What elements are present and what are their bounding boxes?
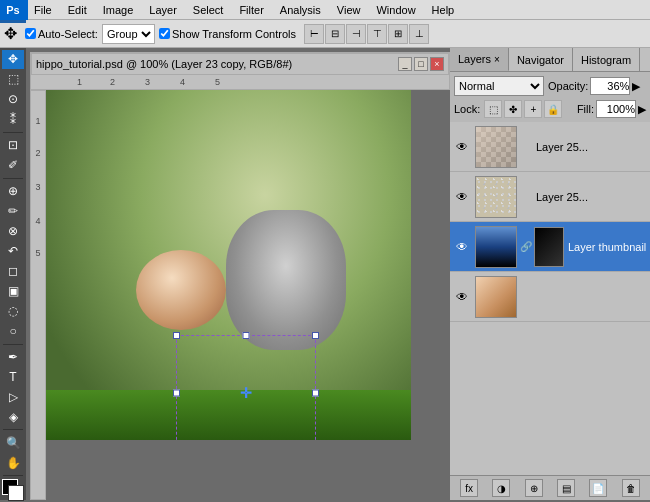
auto-select-dropdown[interactable]: Group <box>102 24 155 44</box>
align-top-icon[interactable]: ⊤ <box>367 24 387 44</box>
stamp-tool[interactable]: ⊗ <box>2 222 24 241</box>
tool-separator-5 <box>3 475 23 476</box>
brush-tool[interactable]: ✏ <box>2 202 24 221</box>
layer-visibility-eye[interactable]: 👁 <box>452 237 472 257</box>
menu-edit[interactable]: Edit <box>60 0 95 20</box>
pen-tool[interactable]: ✒ <box>2 347 24 366</box>
dodge-tool[interactable]: ○ <box>2 322 24 341</box>
close-button[interactable]: × <box>430 57 444 71</box>
lasso-tool[interactable]: ⊙ <box>2 90 24 109</box>
tool-separator-4 <box>3 429 23 430</box>
hand-tool[interactable]: ✋ <box>2 453 24 472</box>
color-preview[interactable] <box>2 479 24 498</box>
layer-item[interactable]: 👁 <box>450 272 650 322</box>
layers-tab[interactable]: Layers × <box>450 48 509 71</box>
transform-handle-middle-right[interactable] <box>312 389 319 396</box>
eyedropper-tool[interactable]: ✐ <box>2 156 24 175</box>
menu-image[interactable]: Image <box>95 0 142 20</box>
blend-mode-dropdown[interactable]: Normal <box>454 76 544 96</box>
add-mask-button[interactable]: ◑ <box>492 479 510 497</box>
document-title: hippo_tutorial.psd @ 100% (Layer 23 copy… <box>36 58 292 70</box>
align-buttons: ⊢ ⊟ ⊣ ⊤ ⊞ ⊥ <box>304 24 429 44</box>
transform-bounding-box[interactable]: ✛ <box>176 335 316 440</box>
auto-select-checkbox[interactable] <box>25 28 36 39</box>
fill-control: Fill: ▶ <box>577 100 646 118</box>
transform-controls-checkbox[interactable] <box>159 28 170 39</box>
background-layer: ✛ <box>46 90 411 440</box>
ruler-container: 1 2 3 4 5 <box>30 90 450 500</box>
text-tool[interactable]: T <box>2 367 24 386</box>
ps-logo: Ps <box>0 0 26 23</box>
layer-item-selected[interactable]: 👁 🔗 Layer thumbnail <box>450 222 650 272</box>
menu-help[interactable]: Help <box>424 0 463 20</box>
document-title-bar: hippo_tutorial.psd @ 100% (Layer 23 copy… <box>30 52 450 74</box>
move-tool[interactable]: ✥ <box>2 50 24 69</box>
lock-transparent-button[interactable]: ⬚ <box>484 100 502 118</box>
gradient-tool[interactable]: ▣ <box>2 282 24 301</box>
menu-window[interactable]: Window <box>368 0 423 20</box>
new-group-button[interactable]: ▤ <box>557 479 575 497</box>
path-selection-tool[interactable]: ▷ <box>2 387 24 406</box>
marquee-tool[interactable]: ⬚ <box>2 70 24 89</box>
layer-styles-button[interactable]: fx <box>460 479 478 497</box>
transform-handle-top-right[interactable] <box>312 332 319 339</box>
eraser-tool[interactable]: ◻ <box>2 262 24 281</box>
blur-tool[interactable]: ◌ <box>2 302 24 321</box>
transform-handle-middle-left[interactable] <box>173 389 180 396</box>
opacity-input[interactable] <box>590 77 630 95</box>
align-center-h-icon[interactable]: ⊟ <box>325 24 345 44</box>
hippo-object <box>226 210 346 350</box>
window-buttons: _ □ × <box>398 57 444 71</box>
layer-name: Layer thumbnail <box>568 241 648 253</box>
minimize-button[interactable]: _ <box>398 57 412 71</box>
move-tool-icon: ✥ <box>4 24 17 43</box>
transform-handle-top-left[interactable] <box>173 332 180 339</box>
transform-center-cross[interactable]: ✛ <box>240 385 252 401</box>
fill-expand-icon[interactable]: ▶ <box>638 103 646 116</box>
align-bottom-icon[interactable]: ⊥ <box>409 24 429 44</box>
layer-item[interactable]: 👁 Layer 25... <box>450 172 650 222</box>
menu-file[interactable]: File <box>26 0 60 20</box>
canvas-wrapper: 1 2 3 4 5 1 2 3 4 5 <box>30 74 450 500</box>
align-left-icon[interactable]: ⊢ <box>304 24 324 44</box>
layer-visibility-eye[interactable]: 👁 <box>452 187 472 207</box>
magic-wand-tool[interactable]: ⁑ <box>2 110 24 129</box>
menu-filter[interactable]: Filter <box>231 0 271 20</box>
healing-tool[interactable]: ⊕ <box>2 182 24 201</box>
tool-separator-3 <box>3 344 23 345</box>
layer-visibility-eye[interactable]: 👁 <box>452 137 472 157</box>
lock-position-button[interactable]: + <box>524 100 542 118</box>
auto-select-label: Auto-Select: <box>25 28 98 40</box>
menu-analysis[interactable]: Analysis <box>272 0 329 20</box>
menu-layer[interactable]: Layer <box>141 0 185 20</box>
menu-view[interactable]: View <box>329 0 369 20</box>
lock-all-button[interactable]: 🔒 <box>544 100 562 118</box>
align-center-v-icon[interactable]: ⊞ <box>388 24 408 44</box>
transform-handle-top-middle[interactable] <box>243 332 250 339</box>
delete-layer-button[interactable]: 🗑 <box>622 479 640 497</box>
main-area: ✥ ⬚ ⊙ ⁑ ⊡ ✐ ⊕ ✏ ⊗ ↶ ◻ ▣ ◌ ○ ✒ T ▷ ◈ 🔍 ✋ … <box>0 48 650 500</box>
fill-input[interactable] <box>596 100 636 118</box>
ruler-horizontal: 1 2 3 4 5 <box>30 74 450 90</box>
layers-tab-close[interactable]: × <box>494 54 500 65</box>
crop-tool[interactable]: ⊡ <box>2 136 24 155</box>
right-panel: Layers × Navigator Histogram Normal Opac… <box>450 48 650 500</box>
new-layer-button[interactable]: 📄 <box>589 479 607 497</box>
lock-image-button[interactable]: ✤ <box>504 100 522 118</box>
opacity-expand-icon[interactable]: ▶ <box>632 80 640 93</box>
shape-tool[interactable]: ◈ <box>2 407 24 426</box>
canvas-content[interactable]: ✛ <box>46 90 450 500</box>
maximize-button[interactable]: □ <box>414 57 428 71</box>
layer-visibility-eye[interactable]: 👁 <box>452 287 472 307</box>
history-tool[interactable]: ↶ <box>2 242 24 261</box>
layer-item[interactable]: 👁 Layer 25... <box>450 122 650 172</box>
layer-thumbnail <box>475 226 517 268</box>
zoom-tool[interactable]: 🔍 <box>2 433 24 452</box>
align-right-icon[interactable]: ⊣ <box>346 24 366 44</box>
layer-chain-icon: 🔗 <box>520 241 532 252</box>
navigator-tab[interactable]: Navigator <box>509 48 573 71</box>
background-color[interactable] <box>8 485 24 501</box>
histogram-tab[interactable]: Histogram <box>573 48 640 71</box>
menu-select[interactable]: Select <box>185 0 232 20</box>
new-adjustment-button[interactable]: ⊕ <box>525 479 543 497</box>
